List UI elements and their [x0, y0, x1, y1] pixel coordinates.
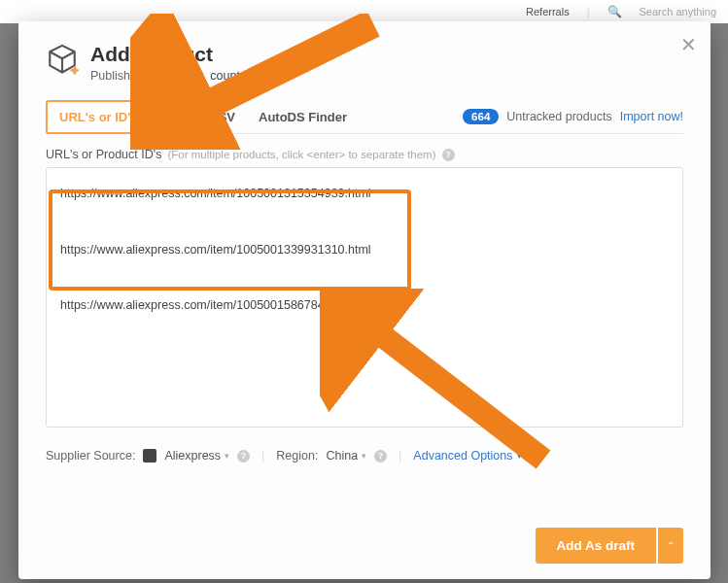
- referrals-link[interactable]: Referrals: [526, 6, 570, 17]
- product-box-icon: [46, 43, 79, 80]
- region-select[interactable]: China ▾: [326, 449, 366, 463]
- supplier-source-select[interactable]: Aliexpress ▾: [164, 449, 229, 463]
- chevron-down-icon: ▾: [225, 451, 229, 461]
- chevron-down-icon: ▾: [517, 451, 522, 461]
- edit-store-icon[interactable]: ✎: [259, 69, 268, 83]
- chevron-down-icon: ▾: [362, 451, 366, 461]
- publish-to-label: Publish to:: [90, 69, 147, 83]
- modal-title: Add Product: [90, 43, 268, 65]
- untracked-label: Untracked products: [506, 110, 611, 123]
- tabs: URL's or ID's Upload CSV AutoDS Finder 6…: [46, 100, 683, 134]
- urls-input-hint: (For multiple products, click <enter> to…: [167, 149, 435, 160]
- supplier-logo-icon: [143, 449, 156, 463]
- help-icon[interactable]: ?: [374, 450, 387, 463]
- advanced-options-toggle[interactable]: Advanced Options ▾: [413, 449, 521, 463]
- tab-upload-csv[interactable]: Upload CSV: [152, 102, 247, 132]
- urls-textarea[interactable]: [46, 167, 683, 428]
- import-now-link[interactable]: Import now!: [620, 110, 683, 123]
- supplier-source-label: Supplier Source:: [46, 449, 135, 463]
- publish-to-value[interactable]: Pet count: [155, 69, 240, 83]
- region-label: Region:: [276, 449, 318, 463]
- page-topbar: Referrals | 🔍 Search anything: [0, 0, 728, 23]
- search-icon[interactable]: 🔍: [607, 5, 622, 18]
- add-as-draft-button[interactable]: Add As draft: [536, 528, 657, 564]
- close-icon[interactable]: ✕: [680, 33, 697, 56]
- tab-urls-or-ids[interactable]: URL's or ID's: [46, 100, 152, 134]
- search-placeholder[interactable]: Search anything: [640, 6, 717, 17]
- add-product-modal: ✕ Add Product Publish to: Pet count | ✎: [18, 21, 711, 579]
- tab-autods-finder[interactable]: AutoDS Finder: [247, 102, 359, 132]
- urls-input-label: URL's or Product ID's: [46, 148, 161, 161]
- help-icon[interactable]: ?: [237, 450, 250, 463]
- untracked-count-badge: 664: [463, 109, 499, 124]
- add-as-draft-dropdown[interactable]: ⌃: [658, 528, 683, 564]
- help-icon[interactable]: ?: [442, 149, 455, 161]
